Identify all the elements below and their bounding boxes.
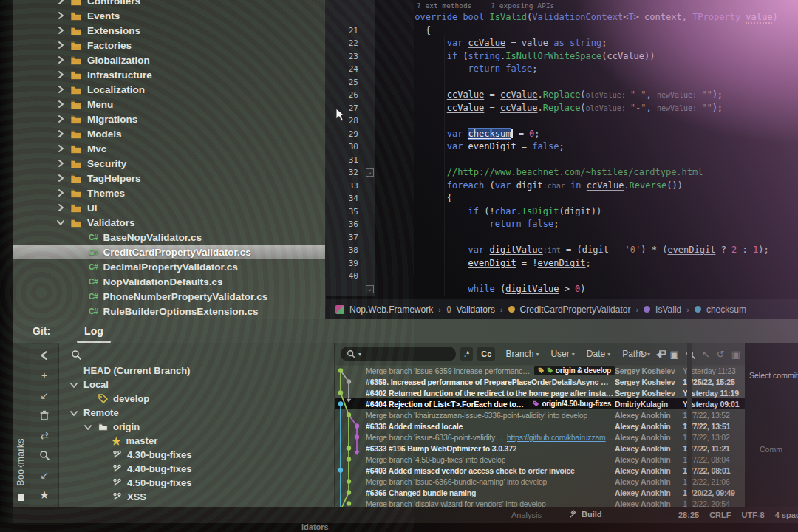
chevron-right-icon[interactable] [56,41,65,50]
chevron-right-icon[interactable] [56,115,65,123]
code-line[interactable]: ⌄ while (digitValue > 0) [326,283,798,296]
code-line[interactable]: 40 [326,270,798,283]
tree-folder[interactable]: Events [13,8,325,23]
chevron-right-icon[interactable] [56,11,65,20]
branch-item[interactable]: 4.50-bug-fixes [59,476,334,490]
code-line[interactable]: 28 [326,115,798,128]
filter-branch[interactable]: Branch▾ [502,349,542,359]
commit-row[interactable]: #6366 Changed bundle namingAlexey Anokhi… [335,487,745,498]
chevron-right-icon[interactable] [56,203,65,212]
branch-item[interactable]: Local [59,378,334,392]
code-line[interactable]: override bool IsValid(ValidationContext<… [326,11,798,24]
collapse-icon[interactable]: ▣ [670,349,679,360]
branch-item[interactable]: 4.30-bug-fixes [59,448,334,462]
chevron-right-icon[interactable] [56,26,65,35]
commit-row[interactable]: #6404 Rejection of List<T>.ForEach due t… [335,398,745,409]
filter-user[interactable]: User▾ [548,349,577,359]
code-line[interactable]: 36 return false; [326,218,798,231]
indent-setting[interactable]: 4 spaces [775,511,798,519]
code-vision-hint[interactable]: ? ext methods [417,1,471,10]
chevron-down-icon[interactable] [69,409,78,417]
bookmarks-icon[interactable] [18,494,24,501]
commit-list-scrollbar[interactable] [687,343,692,507]
code-line[interactable]: 22 var ccValue = value as string; [326,37,798,50]
chevron-right-icon[interactable] [56,70,65,79]
tab-git-log[interactable]: Log [78,325,109,337]
branch-item[interactable]: origin [59,420,334,434]
code-line[interactable]: ? ext methods? exposing APIs [326,0,798,11]
chevron-right-icon[interactable] [56,55,65,64]
branch-item[interactable]: HEAD (Current Branch) [59,364,334,378]
tree-folder[interactable]: Security [13,156,325,171]
code-line[interactable]: 26 ccValue = ccValue.Replace(oldValue: "… [326,89,798,102]
commit-row[interactable]: Merge branch 'issue-6336-point-validity'… [335,432,745,443]
tree-folder[interactable]: Menu [13,97,325,112]
tree-folder[interactable]: Factories [13,38,325,52]
chevron-right-icon[interactable] [56,188,65,197]
tree-folder[interactable]: Validators [13,215,325,230]
update-icon[interactable]: ↙ [36,467,52,482]
add-icon[interactable]: + [36,367,52,383]
tree-folder[interactable]: Controllers [13,0,325,8]
breadcrumb-item[interactable]: CreditCardPropertyValidator [520,304,631,315]
branch-search[interactable] [59,346,334,364]
code-line[interactable]: 38 var digitValue:int = (digit - '0') * … [326,244,798,257]
chevron-down-icon[interactable] [83,423,92,432]
chevron-down-icon[interactable] [56,218,65,227]
code-line[interactable]: 30 var evenDigit = false; [326,140,798,154]
tree-folder[interactable]: Globalization [13,52,325,67]
compare-icon[interactable]: ⇄ [36,427,52,443]
nav-back-icon[interactable]: ↖ [702,349,710,360]
code-line[interactable]: 34 { [326,192,798,205]
commit-row[interactable]: #6403 Added missed vendor access check t… [335,465,745,476]
tree-folder[interactable]: Mvc [13,141,325,156]
commit-row[interactable]: #6359. Increased performance of PrepareP… [335,376,745,387]
code-vision-hint[interactable]: ? exposing APIs [491,1,554,10]
file-encoding[interactable]: UTF-8 [741,511,764,519]
chevron-right-icon[interactable] [56,144,65,153]
commit-row[interactable]: Merge branch '4.50-bug-fixes' into devel… [335,454,745,465]
tree-folder[interactable]: Models [13,126,325,141]
delete-icon[interactable] [36,407,52,423]
commit-row[interactable]: Merge branch 'display-wizard-for-vendors… [335,498,745,507]
code-line[interactable]: 35 if (!char.IsDigit(digit)) [326,205,798,219]
branch-item[interactable]: XSS [59,490,334,504]
tree-file[interactable]: C#PhoneNumberPropertyValidator.cs [13,289,325,304]
tree-file[interactable]: C#RuleBuilderOptionsExtension.cs [13,304,325,318]
branch-item[interactable]: Remote [59,406,334,420]
tree-folder[interactable]: Migrations [13,112,325,126]
tree-file[interactable]: C#DecimalPropertyValidator.cs [13,259,325,274]
breadcrumb-item[interactable]: checksum [706,304,746,315]
chevron-right-icon[interactable] [56,0,65,5]
fold-marker-icon[interactable]: ⌄ [366,285,374,293]
commit-row[interactable]: Merge branch 'issue-6366-bundle-naming' … [335,476,745,487]
code-line[interactable]: 33 foreach (var digit:char in ccValue.Re… [326,180,798,193]
chevron-right-icon[interactable] [56,85,65,94]
code-line[interactable]: 37 [326,231,798,245]
code-line[interactable]: 21 { [326,24,798,38]
branch-item[interactable]: develop [59,392,334,406]
regex-toggle-button[interactable]: .* [460,347,473,361]
tree-folder[interactable]: TagHelpers [13,171,325,185]
tree-file[interactable]: C#NopValidationDefaults.cs [13,274,325,289]
tree-folder[interactable]: Themes [13,185,325,200]
analysis-widget[interactable]: Analysis [511,511,542,519]
caret-position[interactable]: 28:25 [678,511,699,519]
fold-marker-icon[interactable]: ⌄ [366,168,374,177]
line-ending[interactable]: CRLF [709,511,731,519]
tree-folder[interactable]: UI [13,200,325,215]
branch-item[interactable]: 4.40-bug-fixes [59,462,334,476]
chevron-right-icon[interactable] [56,174,65,183]
commit-row[interactable]: Merge branch 'khairuzzaman-issue-6336-po… [335,409,745,420]
tree-file[interactable]: C#BaseNopValidator.cs [13,230,325,245]
refresh-icon[interactable]: ↻ [639,349,647,360]
code-line[interactable]: 25 [326,76,798,89]
code-line[interactable]: 23 if (string.IsNullOrWhiteSpace(ccValue… [326,50,798,64]
breadcrumb-item[interactable]: IsValid [655,304,681,315]
play-back-icon[interactable]: ◄ [654,349,664,360]
chevron-right-icon[interactable] [56,100,65,109]
breadcrumb-item[interactable]: Validators [456,304,494,315]
tree-folder[interactable]: Extensions [13,23,325,38]
favorite-icon[interactable]: ★ [36,487,52,502]
build-widget[interactable]: Build [569,510,602,519]
